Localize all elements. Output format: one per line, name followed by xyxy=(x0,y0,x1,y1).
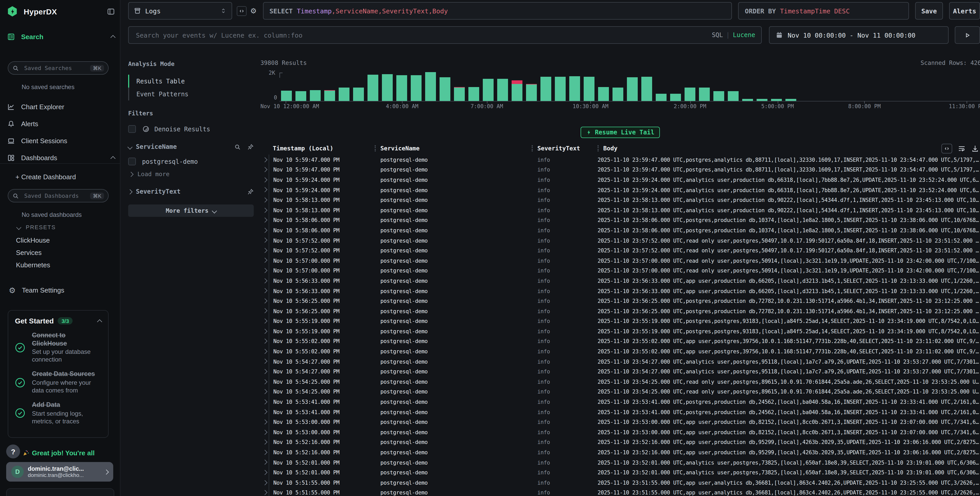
create-dashboard-button[interactable]: + Create Dashboard xyxy=(16,171,115,182)
filter-option-postgresql-demo[interactable]: postgresql-demo xyxy=(128,158,254,165)
row-expand-icon[interactable] xyxy=(261,451,269,454)
row-expand-icon[interactable] xyxy=(261,239,269,242)
filter-checkbox[interactable] xyxy=(128,158,136,165)
row-expand-icon[interactable] xyxy=(261,329,269,333)
alerts-button[interactable]: Alerts xyxy=(949,2,980,19)
chevron-up-icon[interactable] xyxy=(110,156,116,161)
row-expand-icon[interactable] xyxy=(261,420,269,424)
row-expand-icon[interactable] xyxy=(261,430,269,434)
histogram-bar[interactable] xyxy=(497,79,508,101)
filter-group-severitytext[interactable]: SeverityText xyxy=(128,188,254,195)
table-row[interactable]: Nov 10 5:52:16.000 PMpostgresql-demoinfo… xyxy=(261,447,980,457)
row-expand-icon[interactable] xyxy=(261,440,269,444)
row-expand-icon[interactable] xyxy=(261,188,269,191)
column-header-body[interactable]: Body xyxy=(598,145,980,152)
table-row[interactable]: Nov 10 5:58:13.000 PMpostgresql-demoinfo… xyxy=(261,205,980,215)
table-row[interactable]: Nov 10 5:55:19.000 PMpostgresql-demoinfo… xyxy=(261,316,980,326)
row-expand-icon[interactable] xyxy=(261,380,269,383)
histogram-bar[interactable] xyxy=(771,99,782,101)
row-expand-icon[interactable] xyxy=(261,158,269,161)
search-input-box[interactable]: SQL|Lucene xyxy=(128,26,762,44)
resume-live-tail-button[interactable]: Resume Live Tail xyxy=(580,127,660,138)
histogram-bar[interactable] xyxy=(411,75,422,101)
mode-tab-results-table[interactable]: Results Table xyxy=(128,75,254,88)
row-expand-icon[interactable] xyxy=(261,400,269,403)
column-header-timestamp[interactable]: Timestamp (Local) xyxy=(269,145,375,152)
histogram-bar[interactable] xyxy=(584,77,595,101)
denoise-checkbox[interactable] xyxy=(128,125,136,133)
chevron-up-icon[interactable] xyxy=(97,319,102,324)
histogram-bar[interactable] xyxy=(569,77,580,101)
sidebar-item-team-settings[interactable]: ⚙ Team Settings xyxy=(9,284,115,296)
histogram-bar[interactable] xyxy=(641,77,652,101)
run-query-button[interactable] xyxy=(955,26,980,44)
histogram-bar[interactable] xyxy=(713,91,724,101)
table-row[interactable]: Nov 10 5:56:33.000 PMpostgresql-demoinfo… xyxy=(261,276,980,285)
row-expand-icon[interactable] xyxy=(261,218,269,222)
table-row[interactable]: Nov 10 5:57:52.000 PMpostgresql-demoinfo… xyxy=(261,246,980,255)
table-row[interactable]: Nov 10 5:55:02.000 PMpostgresql-demoinfo… xyxy=(261,336,980,346)
histogram-bar[interactable] xyxy=(339,88,350,101)
chevron-up-icon[interactable] xyxy=(110,35,116,40)
sidebar-item-client-sessions[interactable]: Client Sessions xyxy=(7,135,115,146)
row-expand-icon[interactable] xyxy=(261,289,269,293)
column-header-servicename[interactable]: ServiceName xyxy=(375,145,532,152)
row-expand-icon[interactable] xyxy=(261,198,269,202)
column-header-severitytext[interactable]: SeverityText xyxy=(532,145,598,152)
filter-group-servicename[interactable]: ServiceName xyxy=(128,143,254,150)
row-expand-icon[interactable] xyxy=(261,249,269,252)
histogram-bar[interactable] xyxy=(757,99,767,101)
get-started-step-adddata[interactable]: Add Data Start sending logs, metrics, or… xyxy=(15,401,102,425)
table-row[interactable]: Nov 10 5:56:25.000 PMpostgresql-demoinfo… xyxy=(261,306,980,316)
table-row[interactable]: Nov 10 5:59:24.000 PMpostgresql-demoinfo… xyxy=(261,185,980,195)
sidebar-item-alerts[interactable]: Alerts xyxy=(7,118,115,129)
row-expand-icon[interactable] xyxy=(261,299,269,303)
histogram-bar[interactable] xyxy=(656,94,667,101)
preset-item-services[interactable]: Services xyxy=(16,249,42,257)
sidebar-item-chart-explorer[interactable]: Chart Explorer xyxy=(7,101,115,112)
saved-searches-field[interactable] xyxy=(23,64,86,72)
query-settings-gear-icon[interactable]: ⚙ xyxy=(250,7,256,15)
histogram-bar[interactable] xyxy=(368,75,378,101)
histogram-bar[interactable] xyxy=(555,77,566,101)
get-started-step-datasources[interactable]: Create Data Sources Configure where your… xyxy=(15,371,102,394)
table-row[interactable]: Nov 10 5:59:24.000 PMpostgresql-demoinfo… xyxy=(261,175,980,185)
row-expand-icon[interactable] xyxy=(261,350,269,353)
histogram-bar[interactable] xyxy=(439,77,450,101)
histogram-bar[interactable] xyxy=(670,94,681,101)
histogram-bar[interactable] xyxy=(310,90,321,101)
row-expand-icon[interactable] xyxy=(261,481,269,484)
wrap-text-icon[interactable] xyxy=(958,145,966,152)
row-expand-icon[interactable] xyxy=(261,279,269,282)
row-expand-icon[interactable] xyxy=(261,269,269,272)
saved-searches-input[interactable]: ⌘K xyxy=(8,61,108,75)
pin-icon[interactable] xyxy=(247,144,254,150)
sidebar-collapse-icon[interactable] xyxy=(107,8,115,15)
presets-toggle[interactable]: PRESETS xyxy=(17,224,56,230)
column-resize-handle[interactable] xyxy=(375,145,376,152)
preset-item-clickhouse[interactable]: ClickHouse xyxy=(16,236,50,244)
sidebar-item-search[interactable]: Search xyxy=(7,31,115,42)
histogram-bar[interactable] xyxy=(296,91,306,101)
orderby-input[interactable]: ORDER BY TimestampTime DESC xyxy=(738,2,909,19)
table-row[interactable]: Nov 10 5:54:25.000 PMpostgresql-demoinfo… xyxy=(261,376,980,386)
table-row[interactable]: Nov 10 5:55:19.000 PMpostgresql-demoinfo… xyxy=(261,326,980,336)
lucene-toggle[interactable]: Lucene xyxy=(733,32,755,38)
saved-dashboards-field[interactable] xyxy=(23,192,86,199)
code-mode-button[interactable] xyxy=(237,6,247,16)
histogram-bar[interactable] xyxy=(483,79,493,101)
histogram-bar[interactable] xyxy=(541,77,551,101)
table-row[interactable]: Nov 10 5:58:06.000 PMpostgresql-demoinfo… xyxy=(261,225,980,235)
table-row[interactable]: Nov 10 5:51:55.000 PMpostgresql-demoinfo… xyxy=(261,477,980,488)
row-expand-icon[interactable] xyxy=(261,390,269,393)
preset-item-kubernetes[interactable]: Kubernetes xyxy=(16,261,50,269)
column-resize-handle[interactable] xyxy=(532,145,533,152)
column-resize-handle[interactable] xyxy=(598,145,598,152)
histogram-bar[interactable] xyxy=(786,99,796,101)
histogram-bar[interactable] xyxy=(324,90,335,101)
table-row[interactable]: Nov 10 5:52:16.000 PMpostgresql-demoinfo… xyxy=(261,437,980,447)
table-row[interactable]: Nov 10 5:55:02.000 PMpostgresql-demoinfo… xyxy=(261,346,980,356)
histogram-bar[interactable] xyxy=(353,88,364,101)
table-row[interactable]: Nov 10 5:58:06.000 PMpostgresql-demoinfo… xyxy=(261,215,980,225)
date-range-picker[interactable]: Nov 10 00:00:00 - Nov 11 00:00:00 xyxy=(769,26,948,44)
